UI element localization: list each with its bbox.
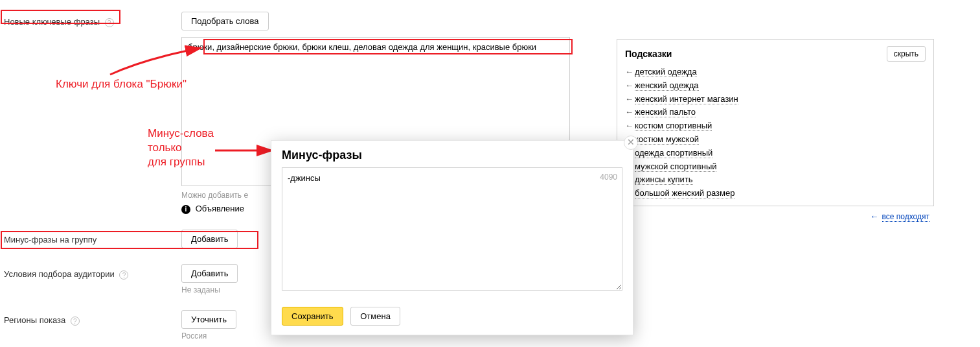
add-minus-phrases-button[interactable]: Добавить [181,230,238,248]
suggestion-link[interactable]: костюм спортивный [635,121,712,131]
suggestion-link[interactable]: одежда спортивный [635,148,712,158]
add-audience-button[interactable]: Добавить [181,264,238,283]
pick-words-button[interactable]: Подобрать слова [181,12,269,30]
suggestion-link[interactable]: женский интернет магазин [635,94,738,104]
arrow-left-icon: ← [625,121,633,130]
suggestions-panel: Подсказки скрыть ←детский одежда ←женски… [617,39,934,206]
modal-title: Минус-фразы [271,141,633,167]
arrow-left-icon: ← [870,211,878,221]
display-regions-label: Регионы показа [4,315,65,325]
minus-phrases-group-label: Минус-фразы на группу [4,235,97,245]
help-icon[interactable]: ? [105,18,114,27]
suggestion-link[interactable]: костюм мужской [635,134,699,145]
arrow-left-icon: ← [625,67,633,77]
ad-info-text: Объявление [196,204,244,213]
suggestion-link[interactable]: женский одежда [635,80,699,91]
minus-phrases-input[interactable] [282,167,622,291]
help-icon[interactable]: ? [119,270,128,280]
close-icon[interactable]: ✕ [624,136,638,150]
arrow-left-icon: ← [625,80,633,90]
arrow-left-icon: ← [625,107,633,117]
char-count: 4090 [600,173,617,182]
info-icon: i [181,205,190,214]
suggestions-title: Подсказки [625,49,672,59]
suggestion-link[interactable]: мужской спортивный [635,162,716,172]
clarify-regions-button[interactable]: Уточнить [181,310,236,329]
hide-suggestions-button[interactable]: скрыть [887,46,926,62]
save-button[interactable]: Сохранить [282,307,343,326]
audience-conditions-label: Условия подбора аудитории [4,269,115,279]
suggestion-link[interactable]: женский пальто [635,107,696,117]
suggestion-link[interactable]: большой женский размер [635,188,735,198]
new-keywords-label: Новые ключевые фразы [4,17,100,27]
suggestion-link[interactable]: детский одежда [635,67,697,77]
cancel-button[interactable]: Отмена [350,307,400,326]
suggestion-link[interactable]: джинсы купить [635,174,693,185]
all-match-link[interactable]: ← все подходят [870,211,929,221]
minus-phrases-modal: ✕ Минус-фразы 4090 Сохранить Отмена [271,140,633,335]
arrow-left-icon: ← [625,94,633,104]
suggestions-list: ←детский одежда ←женский одежда ←женский… [625,66,926,200]
all-match-text: все подходят [882,212,929,222]
help-icon[interactable]: ? [71,317,80,326]
